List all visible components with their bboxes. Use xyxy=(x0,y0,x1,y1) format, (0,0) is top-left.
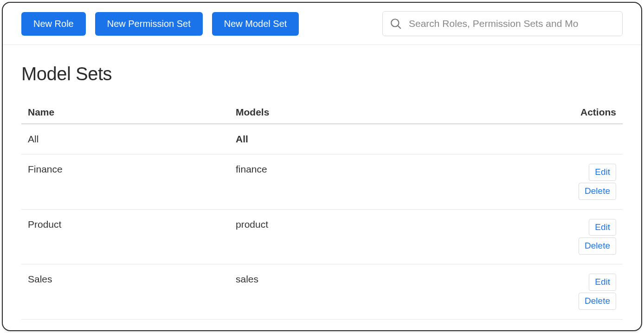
table-row: SalessalesEditDelete xyxy=(21,264,623,320)
new-permission-set-button[interactable]: New Permission Set xyxy=(95,12,203,36)
search-wrap xyxy=(382,11,623,36)
cell-name: Product xyxy=(28,219,236,230)
delete-button[interactable]: Delete xyxy=(579,237,616,255)
cell-models: finance xyxy=(236,164,560,175)
content: Model Sets Name Models Actions AllAllFin… xyxy=(3,45,641,320)
app-frame: New Role New Permission Set New Model Se… xyxy=(2,2,642,331)
delete-button[interactable]: Delete xyxy=(579,293,616,310)
page-title: Model Sets xyxy=(21,64,623,84)
table-header: Name Models Actions xyxy=(21,101,623,124)
cell-actions: EditDelete xyxy=(560,274,616,310)
table-body: AllAllFinancefinanceEditDeleteProductpro… xyxy=(21,124,623,320)
cell-name: Sales xyxy=(28,274,236,285)
cell-actions: EditDelete xyxy=(560,164,616,200)
edit-button[interactable]: Edit xyxy=(589,219,616,236)
delete-button[interactable]: Delete xyxy=(579,183,616,200)
edit-button[interactable]: Edit xyxy=(589,274,616,291)
toolbar: New Role New Permission Set New Model Se… xyxy=(3,3,641,45)
cell-models: sales xyxy=(236,274,560,285)
new-role-button[interactable]: New Role xyxy=(21,12,86,36)
model-sets-table: Name Models Actions AllAllFinancefinance… xyxy=(21,101,623,320)
cell-name: Finance xyxy=(28,164,236,175)
table-row: FinancefinanceEditDelete xyxy=(21,154,623,210)
cell-models: All xyxy=(236,134,560,145)
header-actions: Actions xyxy=(560,107,616,118)
table-row: AllAll xyxy=(21,124,623,154)
cell-actions: EditDelete xyxy=(560,219,616,255)
table-row: ProductproductEditDelete xyxy=(21,210,623,265)
cell-name: All xyxy=(28,134,236,145)
search-input[interactable] xyxy=(382,11,623,36)
new-model-set-button[interactable]: New Model Set xyxy=(212,12,299,36)
cell-models: product xyxy=(236,219,560,230)
edit-button[interactable]: Edit xyxy=(589,164,616,181)
header-name: Name xyxy=(28,107,236,118)
header-models: Models xyxy=(236,107,560,118)
